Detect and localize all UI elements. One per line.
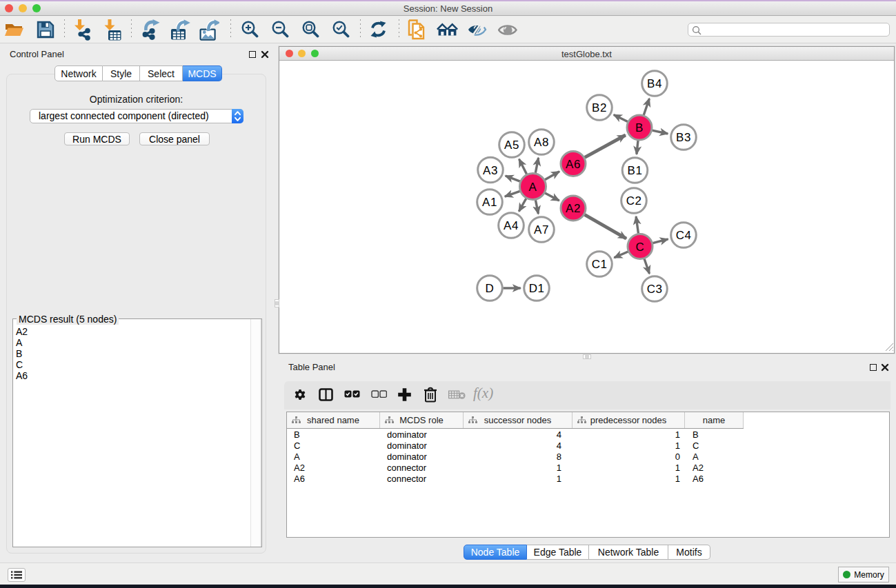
svg-text:C1: C1	[592, 258, 608, 271]
svg-text:A6: A6	[566, 158, 581, 171]
svg-text:A: A	[529, 181, 537, 194]
svg-text:C2: C2	[626, 194, 642, 207]
svg-text:A4: A4	[504, 219, 519, 232]
svg-text:A8: A8	[534, 136, 549, 149]
svg-text:A5: A5	[504, 139, 519, 152]
svg-text:B3: B3	[676, 131, 691, 144]
svg-text:C3: C3	[647, 283, 663, 296]
svg-text:B: B	[635, 121, 644, 134]
svg-text:A1: A1	[482, 196, 497, 209]
svg-text:D1: D1	[529, 282, 545, 295]
svg-text:B4: B4	[647, 77, 662, 90]
svg-text:A7: A7	[534, 223, 549, 236]
svg-text:A2: A2	[566, 202, 581, 215]
svg-text:D: D	[486, 282, 495, 295]
svg-text:A3: A3	[483, 164, 498, 177]
svg-text:C4: C4	[676, 229, 692, 242]
svg-text:C: C	[636, 241, 645, 254]
svg-text:B2: B2	[592, 101, 607, 114]
svg-text:B1: B1	[628, 164, 643, 177]
